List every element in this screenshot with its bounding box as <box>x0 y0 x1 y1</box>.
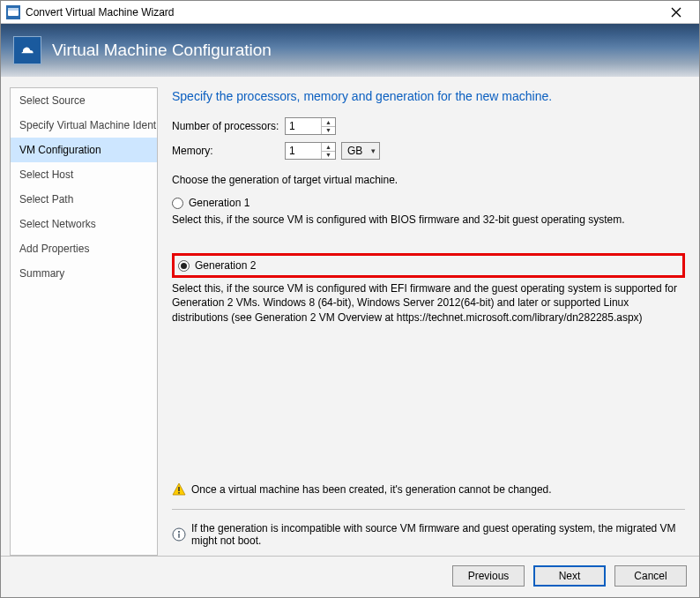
wizard-footer: Previous Next Cancel <box>1 556 699 597</box>
step-select-source[interactable]: Select Source <box>11 88 157 113</box>
gen2-radio-row[interactable]: Generation 2 <box>178 259 256 272</box>
processors-row: Number of processors: ▲ ▼ <box>172 117 685 135</box>
memory-unit-value: GB <box>347 145 362 157</box>
svg-rect-9 <box>178 534 179 538</box>
memory-label: Memory: <box>172 145 285 157</box>
wizard-window: Convert Virtual Machine Wizard Virtual M… <box>0 0 700 598</box>
gen2-description: Select this, if the source VM is configu… <box>172 281 685 325</box>
content-panel: Specify the processors, memory and gener… <box>158 87 690 556</box>
gen2-radio[interactable] <box>178 260 190 272</box>
warning-icon <box>172 482 186 497</box>
warning-note: Once a virtual machine has been created,… <box>172 474 685 505</box>
wizard-body: Select Source Specify Virtual Machine Id… <box>1 77 699 556</box>
processors-input[interactable] <box>286 118 321 134</box>
gen1-radio-row[interactable]: Generation 1 <box>172 197 685 209</box>
divider <box>172 509 685 510</box>
step-summary[interactable]: Summary <box>11 261 157 286</box>
processors-down[interactable]: ▼ <box>322 127 335 135</box>
generation-prompt: Choose the generation of target virtual … <box>172 174 685 186</box>
page-title: Virtual Machine Configuration <box>52 41 272 60</box>
info-text: If the generation is incompatible with s… <box>191 522 685 547</box>
cancel-button[interactable]: Cancel <box>614 565 687 587</box>
wizard-header: Virtual Machine Configuration <box>1 24 699 77</box>
svg-rect-8 <box>178 531 180 533</box>
processors-up[interactable]: ▲ <box>322 118 335 127</box>
step-select-networks[interactable]: Select Networks <box>11 212 157 236</box>
gen1-label: Generation 1 <box>189 197 249 209</box>
previous-button[interactable]: Previous <box>452 565 525 587</box>
steps-sidebar: Select Source Specify Virtual Machine Id… <box>10 87 158 556</box>
close-button[interactable] <box>659 2 694 23</box>
chevron-down-icon: ▾ <box>371 146 376 155</box>
info-note: If the generation is incompatible with s… <box>172 513 685 556</box>
memory-input[interactable] <box>286 143 321 159</box>
info-icon <box>172 527 186 542</box>
vm-icon <box>13 36 41 64</box>
titlebar: Convert Virtual Machine Wizard <box>1 1 699 24</box>
memory-up[interactable]: ▲ <box>322 143 335 152</box>
gen2-highlight: Generation 2 <box>172 253 685 278</box>
step-vm-configuration[interactable]: VM Configuration <box>11 138 157 162</box>
gen1-description: Select this, if the source VM is configu… <box>172 213 685 227</box>
processors-spinner[interactable]: ▲ ▼ <box>285 117 336 135</box>
next-button[interactable]: Next <box>533 565 606 587</box>
step-select-path[interactable]: Select Path <box>11 187 157 212</box>
svg-rect-0 <box>8 10 19 16</box>
gen2-label: Generation 2 <box>195 259 256 272</box>
gen1-radio[interactable] <box>172 198 183 209</box>
svg-rect-1 <box>8 8 19 11</box>
page-heading: Specify the processors, memory and gener… <box>172 89 685 103</box>
memory-unit-select[interactable]: GB ▾ <box>341 142 380 160</box>
close-icon <box>671 7 681 18</box>
step-add-properties[interactable]: Add Properties <box>11 236 157 261</box>
step-specify-identity[interactable]: Specify Virtual Machine Identity <box>11 113 157 138</box>
svg-rect-5 <box>178 487 180 491</box>
app-icon <box>6 5 20 19</box>
memory-down[interactable]: ▼ <box>322 152 335 160</box>
memory-spinner[interactable]: ▲ ▼ <box>285 142 336 160</box>
window-title: Convert Virtual Machine Wizard <box>26 6 659 19</box>
svg-rect-6 <box>178 492 180 494</box>
warning-text: Once a virtual machine has been created,… <box>191 483 552 496</box>
processors-label: Number of processors: <box>172 120 285 132</box>
step-select-host[interactable]: Select Host <box>11 162 157 187</box>
memory-row: Memory: ▲ ▼ GB ▾ <box>172 142 685 160</box>
